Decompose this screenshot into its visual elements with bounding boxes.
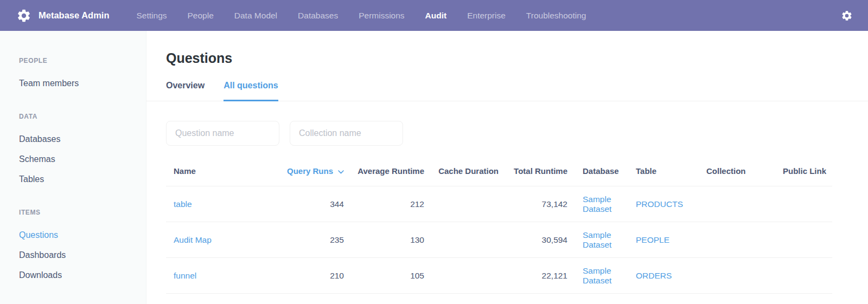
tab-bar: Overview All questions xyxy=(146,81,868,101)
total-runtime-value: 22,121 xyxy=(499,258,567,294)
page-title: Questions xyxy=(146,31,868,66)
brand-title: Metabase Admin xyxy=(39,10,110,21)
table-row: table 344 212 73,142 Sample Dataset PROD… xyxy=(166,186,832,222)
collection-value xyxy=(706,222,783,258)
metabase-admin-logo[interactable]: Metabase Admin xyxy=(16,8,110,23)
column-header-table[interactable]: Table xyxy=(636,160,706,186)
question-name-input[interactable] xyxy=(166,121,279,146)
sidebar-section-items: ITEMS Questions Dashboards Downloads xyxy=(19,209,146,285)
sidebar-section-label-data: DATA xyxy=(19,113,146,120)
nav-item-audit[interactable]: Audit xyxy=(425,11,447,21)
average-runtime-value: 130 xyxy=(344,222,424,258)
cache-duration-value xyxy=(424,186,499,222)
question-name-link[interactable]: table xyxy=(174,199,192,209)
nav-item-data-model[interactable]: Data Model xyxy=(234,11,277,21)
database-link[interactable]: Sample Dataset xyxy=(583,230,611,249)
table-link[interactable]: PEOPLE xyxy=(636,235,669,244)
average-runtime-value: 105 xyxy=(344,258,424,294)
nav-item-people[interactable]: People xyxy=(188,11,214,21)
nav-item-troubleshooting[interactable]: Troubleshooting xyxy=(526,11,586,21)
average-runtime-value: 212 xyxy=(344,186,424,222)
column-header-collection[interactable]: Collection xyxy=(706,160,783,186)
total-runtime-value: 73,142 xyxy=(499,186,567,222)
question-name-link[interactable]: funnel xyxy=(174,271,196,280)
sidebar-section-label-items: ITEMS xyxy=(19,209,146,216)
nav-item-enterprise[interactable]: Enterprise xyxy=(467,11,506,21)
database-link[interactable]: Sample Dataset xyxy=(583,195,611,214)
public-link-value xyxy=(783,186,832,222)
collection-value xyxy=(706,258,783,294)
column-header-total-runtime[interactable]: Total Runtime xyxy=(499,160,567,186)
table-link[interactable]: ORDERS xyxy=(636,271,672,280)
chevron-down-icon xyxy=(338,166,344,176)
table-header-row: Name Query Runs Average Runtime Cache Du… xyxy=(166,160,832,186)
nav-item-permissions[interactable]: Permissions xyxy=(359,11,404,21)
column-header-cache-duration[interactable]: Cache Duration xyxy=(424,160,499,186)
nav-item-databases[interactable]: Databases xyxy=(298,11,338,21)
query-runs-value: 344 xyxy=(282,186,344,222)
table-row: Audit Map 235 130 30,594 Sample Dataset … xyxy=(166,222,832,258)
gear-icon[interactable] xyxy=(841,10,853,22)
audit-sidebar: PEOPLE Team members DATA Databases Schem… xyxy=(0,31,146,304)
column-header-query-runs[interactable]: Query Runs xyxy=(282,160,344,186)
tab-all-questions[interactable]: All questions xyxy=(224,81,278,101)
cache-duration-value xyxy=(424,222,499,258)
column-header-query-runs-label: Query Runs xyxy=(287,166,333,176)
column-header-database[interactable]: Database xyxy=(567,160,636,186)
query-runs-value: 235 xyxy=(282,222,344,258)
questions-table: Name Query Runs Average Runtime Cache Du… xyxy=(166,160,832,294)
sidebar-item-schemas[interactable]: Schemas xyxy=(19,149,146,169)
table-row: funnel 210 105 22,121 Sample Dataset ORD… xyxy=(166,258,832,294)
sidebar-item-databases[interactable]: Databases xyxy=(19,129,146,149)
total-runtime-value: 30,594 xyxy=(499,222,567,258)
public-link-value xyxy=(783,222,832,258)
cache-duration-value xyxy=(424,258,499,294)
column-header-average-runtime[interactable]: Average Runtime xyxy=(344,160,424,186)
collection-value xyxy=(706,186,783,222)
collection-name-input[interactable] xyxy=(290,121,403,146)
column-header-name[interactable]: Name xyxy=(166,160,282,186)
sidebar-section-data: DATA Databases Schemas Tables xyxy=(19,113,146,189)
main-content: Questions Overview All questions Name xyxy=(146,31,868,304)
database-link[interactable]: Sample Dataset xyxy=(583,266,611,285)
metabase-gear-logo-icon xyxy=(16,8,31,23)
sidebar-item-dashboards[interactable]: Dashboards xyxy=(19,245,146,265)
sidebar-item-questions[interactable]: Questions xyxy=(19,225,146,245)
column-header-public-link[interactable]: Public Link xyxy=(783,160,832,186)
sidebar-item-tables[interactable]: Tables xyxy=(19,169,146,189)
query-runs-value: 210 xyxy=(282,258,344,294)
top-navbar: Metabase Admin Settings People Data Mode… xyxy=(0,0,868,31)
sidebar-section-label-people: PEOPLE xyxy=(19,57,146,64)
sidebar-item-downloads[interactable]: Downloads xyxy=(19,265,146,285)
table-link[interactable]: PRODUCTS xyxy=(636,199,683,209)
question-name-link[interactable]: Audit Map xyxy=(174,235,212,244)
nav-item-settings[interactable]: Settings xyxy=(137,11,167,21)
sidebar-item-team-members[interactable]: Team members xyxy=(19,73,146,93)
public-link-value xyxy=(783,258,832,294)
admin-nav: Settings People Data Model Databases Per… xyxy=(137,11,607,21)
tab-overview[interactable]: Overview xyxy=(166,81,205,101)
filter-bar xyxy=(166,121,868,146)
sidebar-section-people: PEOPLE Team members xyxy=(19,57,146,93)
